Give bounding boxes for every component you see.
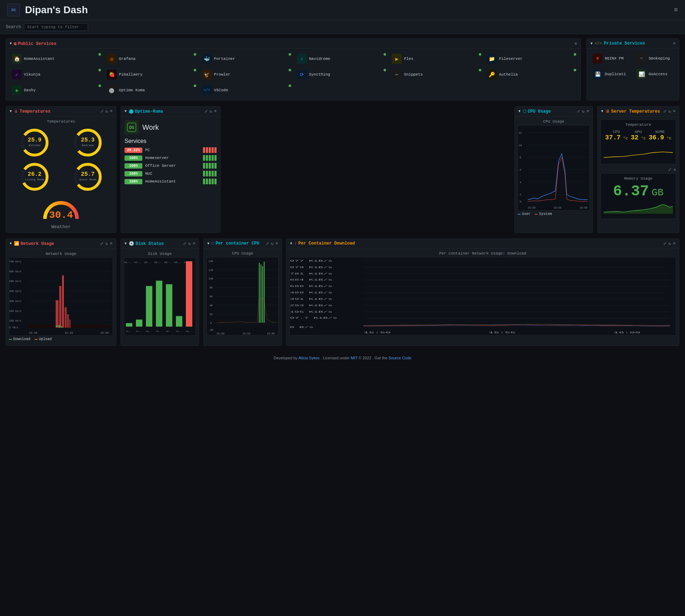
service-item-smokeping[interactable]: ~ Smokeping (634, 51, 676, 66)
collapse-arrow[interactable]: ▼ (125, 242, 127, 246)
service-item-homeassistant[interactable]: 🏠 HomeAssistant (9, 52, 102, 66)
homeserver-label: Homeserver (145, 156, 200, 160)
collapse-arrow[interactable]: ▼ (10, 109, 12, 113)
svg-marker-35 (604, 205, 673, 214)
refresh-btn[interactable]: ↻ (669, 241, 671, 246)
svg-rect-72 (136, 319, 142, 327)
footer-author[interactable]: Alicia Sykes (298, 356, 319, 360)
panel-menu-btn[interactable]: ≡ (110, 241, 112, 246)
service-item-plex[interactable]: ▶ Plex (389, 52, 482, 66)
bar (212, 179, 214, 184)
service-item-portainer[interactable]: 🐳 Portainer (199, 52, 293, 66)
collapse-arrow[interactable]: ▼ (10, 242, 12, 246)
refresh-btn[interactable]: ↻ (106, 109, 108, 114)
footer-license-pre: . Licensed under (321, 356, 351, 360)
panel-icons: ≡ (574, 42, 577, 46)
panel-menu-btn[interactable]: ≡ (673, 241, 675, 246)
collapse-arrow[interactable]: ▼ (518, 109, 521, 113)
svg-rect-73 (146, 286, 152, 327)
service-item-snippets[interactable]: ✂ Snippets (389, 67, 482, 82)
expand-btn[interactable]: ⤢ (663, 109, 666, 114)
svg-rect-59 (59, 325, 60, 328)
footer-source-pre: . Get the (372, 356, 389, 360)
svg-text:sd...: sd... (144, 261, 152, 264)
grafana-label: Grafana (119, 57, 135, 61)
panel-menu-btn[interactable]: ≡ (214, 109, 217, 114)
svg-text:15:50: 15:50 (364, 331, 391, 334)
svg-text:6: 6 (520, 169, 522, 171)
service-item-fileserver[interactable]: 📁 Fileserver (484, 52, 578, 66)
svg-text:DG: DG (129, 125, 134, 130)
search-input[interactable] (24, 23, 88, 31)
server-icon: 🖥 (605, 109, 610, 114)
service-item-syncthing[interactable]: ⟳ Syncthing (294, 67, 387, 82)
container-cpu-title: Per container CPU (215, 241, 259, 246)
collapse-arrow[interactable]: ▼ (10, 42, 12, 46)
expand-btn2[interactable]: ⤢ (668, 167, 671, 172)
collapse-arrow[interactable]: ▼ (290, 242, 292, 246)
collapse-arrow[interactable]: ▼ (207, 242, 209, 246)
panel-menu-btn[interactable]: ≡ (275, 241, 278, 246)
svg-rect-102 (259, 263, 260, 323)
ha-bars (203, 179, 217, 184)
svg-text:16:00: 16:00 (100, 331, 109, 334)
service-item-nginx[interactable]: N NGINX PM (590, 51, 632, 66)
upload-dot (35, 339, 37, 340)
disk-status-panel: ▼ 💿 Disk Status ⤢ ↻ ≡ Disk Usage nv... n… (121, 238, 199, 346)
refresh-btn[interactable]: ↻ (669, 109, 671, 114)
bar (209, 155, 211, 161)
panel-menu-btn[interactable]: ≡ (587, 109, 589, 114)
expand-btn[interactable]: ⤢ (100, 241, 103, 246)
refresh-btn[interactable]: ↻ (188, 241, 191, 246)
refresh-btn[interactable]: ↻ (582, 109, 585, 114)
expand-btn[interactable]: ⤢ (183, 241, 186, 246)
service-item-navidrome[interactable]: ♪ Navidrome (294, 52, 387, 66)
service-item-vscode[interactable]: </> VSCode (199, 83, 293, 97)
download-title: Per Container Download (298, 241, 355, 246)
panel-menu-btn[interactable]: ≡ (673, 109, 675, 114)
footer-license[interactable]: MIT (351, 356, 357, 360)
refresh-btn[interactable]: ↻ (271, 241, 274, 246)
collapse-arrow[interactable]: ▼ (590, 42, 593, 46)
expand-btn[interactable]: ⤢ (663, 241, 666, 246)
panel-menu-btn[interactable]: ≡ (110, 109, 112, 114)
upload-label: Upload (39, 337, 52, 341)
service-item-goaccess[interactable]: 📊 GoAccess (634, 67, 676, 81)
disk-title: Disk Status (136, 241, 164, 246)
panel-menu-btn[interactable]: ≡ (193, 241, 195, 246)
refresh-btn2[interactable]: ↻ (674, 167, 676, 172)
refresh-btn[interactable]: ↻ (210, 109, 212, 114)
service-item-uptime[interactable]: ⬤ Uptime Kuma (104, 83, 197, 97)
svg-text:sd...: sd... (156, 330, 162, 333)
service-item-prowler[interactable]: 🦅 Prowler (199, 67, 293, 82)
service-item-vikunja[interactable]: ✓ Vikunja (9, 67, 102, 82)
bar (206, 179, 208, 184)
panel-menu-btn[interactable]: ≡ (673, 41, 675, 46)
service-item-duplicati[interactable]: 💾 Duplicati (590, 67, 632, 81)
service-item-dashy[interactable]: ◈ Dashy (9, 83, 102, 97)
footer-source[interactable]: Source Code (389, 356, 411, 360)
gpu-temp: GPU 32 °c (631, 130, 646, 141)
svg-text:488 KiB/s: 488 KiB/s (290, 291, 333, 294)
expand-btn[interactable]: ⤢ (266, 241, 269, 246)
refresh-btn[interactable]: ↻ (106, 241, 108, 246)
svg-text:15:55: 15:55 (65, 331, 73, 334)
collapse-arrow[interactable]: ▼ (125, 109, 127, 113)
panel-icons: ⤢ ↻ ≡ (183, 241, 195, 246)
service-item-pigallaery[interactable]: 🍓 PiGallaery (104, 67, 197, 82)
svg-text:0: 0 (520, 200, 522, 203)
expand-btn[interactable]: ⤢ (204, 109, 208, 114)
collapse-arrow[interactable]: ▼ (601, 109, 603, 113)
service-item-grafana[interactable]: ◎ Grafana (104, 52, 197, 66)
expand-btn[interactable]: ⤢ (577, 109, 580, 114)
download-legend: Download (9, 337, 30, 341)
service-item-authelia[interactable]: 🔑 Authelia (484, 67, 578, 82)
svg-rect-53 (59, 286, 61, 328)
svg-rect-60 (61, 326, 62, 328)
smokeping-label: Smokeping (649, 56, 670, 61)
expand-btn[interactable]: ⤢ (100, 109, 103, 114)
temp-chart-title: Temperatures (9, 119, 113, 124)
panel-menu-btn[interactable]: ≡ (574, 42, 577, 46)
hamburger-menu[interactable]: ≡ (674, 6, 678, 14)
svg-text:700 kb/s: 700 kb/s (9, 260, 21, 263)
